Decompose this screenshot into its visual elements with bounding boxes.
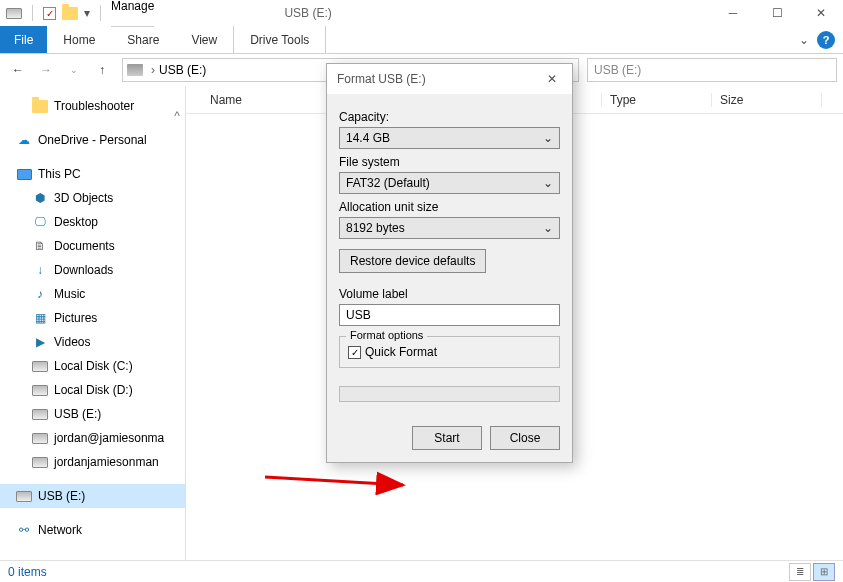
document-icon: 🗎 bbox=[32, 238, 48, 254]
volume-label-label: Volume label bbox=[339, 287, 560, 301]
tree-item-local-c[interactable]: Local Disk (C:) bbox=[0, 354, 185, 378]
drive-icon bbox=[6, 5, 22, 21]
network-icon: ⚯ bbox=[16, 522, 32, 538]
home-tab[interactable]: Home bbox=[47, 26, 111, 53]
up-button[interactable]: ↑ bbox=[90, 58, 114, 82]
dialog-close-button[interactable]: ✕ bbox=[542, 72, 562, 86]
filesystem-label: File system bbox=[339, 155, 560, 169]
download-icon: ↓ bbox=[32, 262, 48, 278]
status-bar: 0 items ≣ ⊞ bbox=[0, 560, 843, 582]
drive-icon bbox=[127, 64, 143, 76]
address-text: USB (E:) bbox=[159, 63, 206, 77]
navigation-tree: ^ Troubleshooter ☁OneDrive - Personal Th… bbox=[0, 86, 186, 560]
music-icon: ♪ bbox=[32, 286, 48, 302]
folder-icon[interactable] bbox=[62, 5, 78, 21]
search-hint: USB (E:) bbox=[594, 63, 830, 77]
drive-tools-tab[interactable]: Drive Tools bbox=[233, 26, 326, 53]
format-progress bbox=[339, 386, 560, 402]
share-tab[interactable]: Share bbox=[111, 26, 175, 53]
tree-item-desktop[interactable]: 🖵Desktop bbox=[0, 210, 185, 234]
tree-item-downloads[interactable]: ↓Downloads bbox=[0, 258, 185, 282]
ribbon-expand-icon[interactable]: ⌄ bbox=[799, 33, 809, 47]
tree-item-account-2[interactable]: jordanjamiesonman bbox=[0, 450, 185, 474]
tree-item-network[interactable]: ⚯Network bbox=[0, 518, 185, 542]
quick-access-toolbar: ✓ ▾ bbox=[0, 5, 111, 21]
column-type[interactable]: Type bbox=[602, 93, 712, 107]
tree-item-this-pc[interactable]: This PC bbox=[0, 162, 185, 186]
tree-item-local-d[interactable]: Local Disk (D:) bbox=[0, 378, 185, 402]
quick-format-option[interactable]: ✓ Quick Format bbox=[348, 345, 551, 359]
monitor-icon bbox=[16, 166, 32, 182]
forward-button[interactable]: → bbox=[34, 58, 58, 82]
allocation-combo[interactable]: 8192 bytes bbox=[339, 217, 560, 239]
dialog-titlebar: Format USB (E:) ✕ bbox=[327, 64, 572, 94]
filesystem-combo[interactable]: FAT32 (Default) bbox=[339, 172, 560, 194]
capacity-combo[interactable]: 14.4 GB bbox=[339, 127, 560, 149]
file-tab[interactable]: File bbox=[0, 26, 47, 53]
cube-icon: ⬢ bbox=[32, 190, 48, 206]
desktop-icon: 🖵 bbox=[32, 214, 48, 230]
title-bar: ✓ ▾ Manage USB (E:) ─ ☐ ✕ bbox=[0, 0, 843, 26]
tree-item-3d-objects[interactable]: ⬢3D Objects bbox=[0, 186, 185, 210]
format-dialog: Format USB (E:) ✕ Capacity: 14.4 GB File… bbox=[326, 63, 573, 463]
search-box[interactable]: USB (E:) bbox=[587, 58, 837, 82]
tree-item-onedrive[interactable]: ☁OneDrive - Personal bbox=[0, 128, 185, 152]
capacity-label: Capacity: bbox=[339, 110, 560, 124]
allocation-label: Allocation unit size bbox=[339, 200, 560, 214]
tree-item-usb-e-root[interactable]: USB (E:) bbox=[0, 484, 185, 508]
view-tab[interactable]: View bbox=[175, 26, 233, 53]
tree-item-music[interactable]: ♪Music bbox=[0, 282, 185, 306]
tree-item-account-1[interactable]: jordan@jamiesonma bbox=[0, 426, 185, 450]
tree-item-usb-e[interactable]: USB (E:) bbox=[0, 402, 185, 426]
ribbon: File Home Share View Drive Tools ⌄ ? bbox=[0, 26, 843, 54]
dialog-title: Format USB (E:) bbox=[337, 72, 426, 86]
tree-item-videos[interactable]: ▶Videos bbox=[0, 330, 185, 354]
video-icon: ▶ bbox=[32, 334, 48, 350]
item-count: 0 items bbox=[8, 565, 47, 579]
details-view-button[interactable]: ≣ bbox=[789, 563, 811, 581]
column-size[interactable]: Size bbox=[712, 93, 822, 107]
help-icon[interactable]: ? bbox=[817, 31, 835, 49]
minimize-button[interactable]: ─ bbox=[711, 0, 755, 26]
window-title: USB (E:) bbox=[284, 6, 331, 20]
start-button[interactable]: Start bbox=[412, 426, 482, 450]
manage-contextual-tab[interactable]: Manage bbox=[111, 0, 154, 27]
format-options-group: Format options ✓ Quick Format bbox=[339, 336, 560, 368]
picture-icon: ▦ bbox=[32, 310, 48, 326]
quick-format-checkbox[interactable]: ✓ bbox=[348, 346, 361, 359]
back-button[interactable]: ← bbox=[6, 58, 30, 82]
tree-item-documents[interactable]: 🗎Documents bbox=[0, 234, 185, 258]
volume-label-input[interactable] bbox=[339, 304, 560, 326]
tree-item-pictures[interactable]: ▦Pictures bbox=[0, 306, 185, 330]
maximize-button[interactable]: ☐ bbox=[755, 0, 799, 26]
tree-item-troubleshooter[interactable]: Troubleshooter bbox=[0, 94, 185, 118]
restore-defaults-button[interactable]: Restore device defaults bbox=[339, 249, 486, 273]
format-options-title: Format options bbox=[346, 329, 427, 341]
tree-scroll-up[interactable]: ^ bbox=[169, 86, 185, 146]
checkbox-icon[interactable]: ✓ bbox=[43, 7, 56, 20]
close-button[interactable]: ✕ bbox=[799, 0, 843, 26]
cloud-icon: ☁ bbox=[16, 132, 32, 148]
recent-dropdown[interactable]: ⌄ bbox=[62, 58, 86, 82]
icons-view-button[interactable]: ⊞ bbox=[813, 563, 835, 581]
close-format-button[interactable]: Close bbox=[490, 426, 560, 450]
